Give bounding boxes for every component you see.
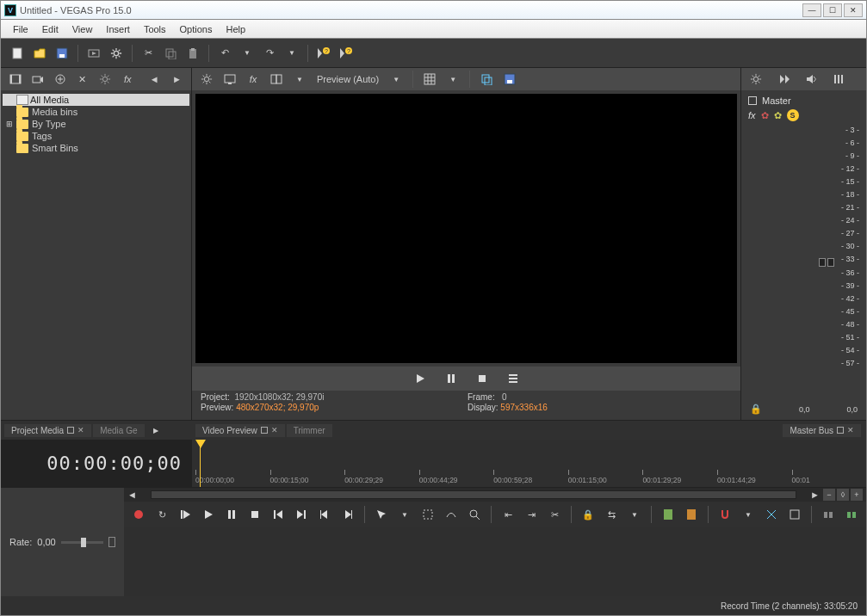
render-button[interactable] xyxy=(84,44,103,63)
split-button[interactable]: ✂ xyxy=(545,505,564,524)
redo-button[interactable]: ↷ xyxy=(260,44,279,63)
master-fx-cog[interactable]: ✿ xyxy=(761,110,769,121)
preview-fx-button[interactable]: fx xyxy=(244,70,263,89)
stop-button[interactable] xyxy=(245,505,264,524)
close-button[interactable]: ✕ xyxy=(844,3,863,17)
quantize-button[interactable] xyxy=(785,505,804,524)
rate-reset-button[interactable] xyxy=(108,537,115,547)
menu-help[interactable]: Help xyxy=(219,22,252,36)
whats-this-button[interactable]: ? xyxy=(337,44,356,63)
redo-dropdown[interactable]: ▼ xyxy=(282,44,301,63)
selection-tool[interactable] xyxy=(418,505,437,524)
menu-tools[interactable]: Tools xyxy=(137,22,173,36)
rate-slider[interactable] xyxy=(61,541,103,544)
preview-quality-dropdown[interactable]: ▼ xyxy=(290,70,309,89)
timeline-ruler[interactable]: 00:00:00;00 00:00:15;00 00:00:29;29 00:0… xyxy=(192,440,866,487)
master-dim-button[interactable] xyxy=(802,70,821,89)
playhead[interactable] xyxy=(200,447,201,487)
menu-insert[interactable]: Insert xyxy=(99,22,137,36)
save-snapshot-button[interactable] xyxy=(500,70,519,89)
preview-pause-button[interactable] xyxy=(442,369,461,388)
go-to-end-button[interactable] xyxy=(292,505,311,524)
copy-snapshot-button[interactable] xyxy=(477,70,496,89)
import-media-button[interactable] xyxy=(6,70,24,89)
tab-pin-icon[interactable] xyxy=(261,427,268,434)
meter-link-icon[interactable] xyxy=(819,258,834,267)
menu-view[interactable]: View xyxy=(65,22,100,36)
master-surround-button[interactable]: S xyxy=(787,109,799,121)
lock-icon[interactable]: 🔒 xyxy=(750,403,762,415)
capture-button[interactable] xyxy=(28,70,46,89)
menu-file[interactable]: File xyxy=(6,22,35,36)
insert-bus-button[interactable] xyxy=(819,505,838,524)
master-fx-button[interactable]: fx xyxy=(748,110,756,120)
tab-close-icon[interactable]: ✕ xyxy=(77,426,84,434)
timeline-scrollbar[interactable]: ◄ ► − ◊ + xyxy=(124,488,866,502)
tab-pin-icon[interactable] xyxy=(837,427,844,434)
undo-dropdown[interactable]: ▼ xyxy=(238,44,257,63)
preview-split-button[interactable] xyxy=(267,70,286,89)
undo-button[interactable]: ↶ xyxy=(215,44,234,63)
auto-crossfade-button[interactable] xyxy=(762,505,781,524)
tool-dropdown[interactable]: ▼ xyxy=(395,505,414,524)
lock-button[interactable]: 🔒 xyxy=(579,505,598,524)
media-fx-button[interactable]: fx xyxy=(119,70,137,89)
menu-edit[interactable]: Edit xyxy=(35,22,65,36)
next-frame-button[interactable] xyxy=(338,505,357,524)
go-to-start-button[interactable] xyxy=(269,505,288,524)
expand-icon[interactable]: ⊞ xyxy=(4,120,15,128)
master-properties-button[interactable] xyxy=(746,70,765,89)
tab-trimmer[interactable]: Trimmer xyxy=(287,424,332,437)
marker-button[interactable] xyxy=(659,505,678,524)
play-from-start-button[interactable] xyxy=(176,505,195,524)
tree-item-all-media[interactable]: All Media xyxy=(3,94,189,106)
copy-button[interactable] xyxy=(161,44,180,63)
master-mixer-button[interactable] xyxy=(829,70,848,89)
pause-button[interactable] xyxy=(222,505,241,524)
envelope-tool[interactable] xyxy=(442,505,461,524)
tab-project-media[interactable]: Project Media✕ xyxy=(4,424,91,437)
preview-quality-dropdown2[interactable]: ▼ xyxy=(387,70,406,89)
master-output-button[interactable] xyxy=(774,70,793,89)
tab-scroll-right[interactable]: ▶ xyxy=(146,421,165,440)
save-button[interactable] xyxy=(53,44,71,63)
tree-item-by-type[interactable]: ⊞By Type xyxy=(3,118,189,130)
zoom-fit-button[interactable]: ◊ xyxy=(837,489,849,501)
preview-play-button[interactable] xyxy=(411,369,430,388)
loop-playback-button[interactable]: ↻ xyxy=(152,505,171,524)
get-media-button[interactable] xyxy=(51,70,69,89)
auto-ripple-button[interactable]: ⇆ xyxy=(602,505,621,524)
snapping-button[interactable] xyxy=(715,505,734,524)
zoom-out-button[interactable]: − xyxy=(823,489,835,501)
tree-item-smart-bins[interactable]: Smart Bins xyxy=(3,142,189,154)
record-button[interactable] xyxy=(129,505,148,524)
minimize-button[interactable]: — xyxy=(802,3,821,17)
tab-master-bus[interactable]: Master Bus✕ xyxy=(783,424,861,437)
tree-item-media-bins[interactable]: Media bins xyxy=(3,106,189,118)
trim-end-button[interactable]: ⇥ xyxy=(522,505,541,524)
new-button[interactable] xyxy=(8,44,27,63)
master-fx-cog2[interactable]: ✿ xyxy=(774,110,782,121)
preview-loop-button[interactable] xyxy=(504,369,523,388)
tooltip-help-button[interactable]: ? xyxy=(314,44,333,63)
cursor-marker-icon[interactable] xyxy=(195,440,206,448)
media-play-button[interactable]: ► xyxy=(168,70,186,89)
preview-properties-button[interactable] xyxy=(197,70,216,89)
snap-dropdown[interactable]: ▼ xyxy=(739,505,758,524)
prev-frame-button[interactable] xyxy=(315,505,334,524)
tab-pin-icon[interactable] xyxy=(67,427,74,434)
overlay-button[interactable] xyxy=(420,70,439,89)
play-button[interactable] xyxy=(199,505,218,524)
overlay-dropdown[interactable]: ▼ xyxy=(443,70,462,89)
preview-stop-button[interactable] xyxy=(473,369,492,388)
zoom-tool[interactable] xyxy=(465,505,484,524)
media-prev-button[interactable]: ◄ xyxy=(146,70,164,89)
zoom-in-button[interactable]: + xyxy=(851,489,863,501)
menu-options[interactable]: Options xyxy=(173,22,220,36)
maximize-button[interactable]: ☐ xyxy=(823,3,842,17)
paste-button[interactable] xyxy=(183,44,202,63)
normal-edit-tool[interactable] xyxy=(372,505,391,524)
preview-external-button[interactable] xyxy=(220,70,239,89)
trim-start-button[interactable]: ⇤ xyxy=(499,505,517,524)
media-properties-button[interactable] xyxy=(96,70,115,89)
